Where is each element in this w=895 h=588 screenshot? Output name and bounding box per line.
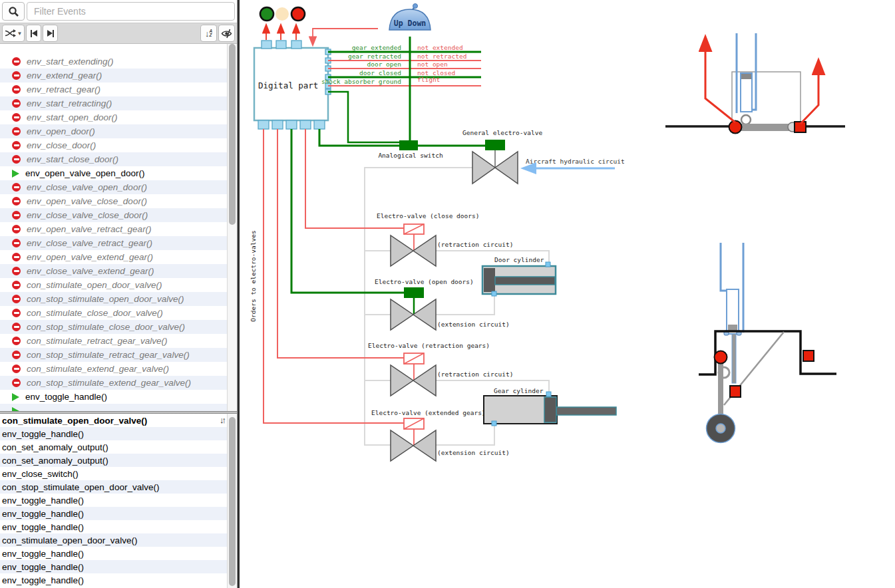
history-row[interactable]: env_toggle_handle() [0,494,227,507]
disabled-icon [12,85,21,94]
event-row[interactable]: env_retract_gear() [0,82,227,96]
disabled-icon [12,309,21,317]
event-row[interactable]: con_stop_stimulate_extend_gear_valve() [0,376,227,390]
disabled-icon [12,99,21,108]
event-row[interactable]: con_stimulate_retract_gear_valve() [0,334,227,348]
disabled-icon [12,197,21,206]
event-row[interactable]: env_open_door() [0,124,227,138]
circuit-label: (retraction circuit) [437,241,513,248]
event-row[interactable]: env_open_valve_extend_gear() [0,250,227,264]
lock-marker [730,386,741,397]
disabled-icon [12,127,21,136]
pipe-connector [546,392,551,396]
events-panel: ▼ ↓ AZ [0,0,237,588]
circuit-label: (retraction circuit) [437,370,513,378]
history-row[interactable]: env_toggle_handle() [0,547,227,560]
valve-label: General electro-valve [462,129,542,136]
history-row[interactable]: env_toggle_handle() [0,560,227,573]
disabled-icon [12,281,21,289]
sort-events-button[interactable]: ↓ AZ [200,25,217,42]
event-row[interactable]: con_stimulate_extend_gear_valve() [0,362,227,376]
enabled-icon [12,170,19,178]
event-row[interactable]: env_extend_gear() [0,69,227,82]
maneuvering-light [275,7,289,21]
history-row[interactable]: env_toggle_handle() [0,507,227,520]
event-row[interactable]: env_close_valve_retract_gear() [0,236,227,250]
event-row[interactable]: env_close_door() [0,138,227,152]
eye-slash-icon [221,29,233,39]
sort-updown-icon[interactable]: ↓↑ [220,415,224,425]
event-row[interactable]: env_close_valve_extend_gear() [0,264,227,278]
history-row[interactable]: con_stimulate_open_door_valve() [0,533,227,547]
handle-wire [313,29,378,45]
door-motion-arrow [705,38,735,122]
electro-valve-retraction-gears: Electro-valve (retraction gears) (retrac… [368,342,513,396]
event-row[interactable]: env_close_valve_open_door() [0,180,227,194]
event-row[interactable]: con_stimulate_open_door_valve() [0,278,227,292]
disabled-icon [12,323,21,331]
history-row[interactable]: con_set_anomaly_output() [0,440,227,454]
event-row[interactable]: con_stimulate_close_door_valve() [0,306,227,320]
history-row[interactable]: env_toggle_handle() [0,573,227,587]
event-row[interactable]: env_close_valve_close_door() [0,208,227,222]
signal-label: gear extended [352,44,401,51]
hide-disabled-button[interactable] [218,25,235,42]
pipe-connector [492,291,496,296]
search-button[interactable] [2,2,25,21]
lock-marker [803,351,814,361]
gear-extended-view [699,243,836,443]
history-row[interactable]: con_stop_stimulate_open_door_valve() [0,480,227,494]
event-row[interactable]: con_stop_stimulate_close_door_valve() [0,320,227,334]
pipe-connector [492,421,496,426]
filter-events-input[interactable] [27,2,235,21]
event-row[interactable]: con_stop_stimulate_open_door_valve() [0,292,227,306]
shuffle-icon [5,29,16,37]
events-list: env_start_extending() env_extend_gear() … [0,44,227,411]
event-row[interactable]: con_stop_stimulate_retract_gear_valve() [0,348,227,362]
history-row[interactable]: env_close_switch() [0,467,227,480]
up-down-handle[interactable]: Up Down [389,4,431,31]
disabled-icon [12,351,21,359]
step-forward-button[interactable] [43,25,58,42]
disabled-icon [12,337,21,345]
event-row[interactable]: env_open_valve_open_door() [0,166,227,180]
signal-label: gear retracted [348,53,401,60]
history-header[interactable]: con_stimulate_open_door_valve()↓↑ [0,414,227,427]
event-row[interactable]: env_start_retracting() [0,96,227,110]
disabled-icon [12,183,21,192]
disabled-icon [12,71,21,80]
hinge-marker [715,351,727,364]
door-cylinder: Door cylinder [482,256,556,296]
step-back-button[interactable] [26,25,41,42]
event-row[interactable] [0,404,227,411]
event-row[interactable]: env_start_close_door() [0,152,227,166]
signal-value: flight [417,76,440,83]
playback-row: ▼ ↓ AZ [0,23,237,44]
disabled-icon [12,267,21,275]
event-row[interactable]: env_start_extending() [0,55,227,69]
event-row[interactable]: env_start_open_door() [0,110,227,124]
circuit-label: (extension circuit) [437,449,510,456]
disabled-icon [12,113,21,122]
history-row[interactable]: con_set_anomaly_output() [0,454,227,467]
history-scrollbar-thumb[interactable] [229,417,236,586]
events-scrollbar-thumb[interactable] [229,44,236,225]
door-motion-arrow [801,61,818,124]
general-electro-valve: General electro-valve [462,129,542,184]
history-row[interactable]: env_toggle_handle() [0,427,227,440]
valve-label: Electro-valve (open doors) [375,278,474,285]
gear-retracted-view [665,33,845,134]
valve-label: Electro-valve (retraction gears) [368,342,490,349]
signal-label: door open [367,61,401,68]
event-row[interactable]: env_open_valve_retract_gear() [0,222,227,236]
solenoid-stimulated [404,287,424,298]
event-row[interactable]: env_open_valve_close_door() [0,194,227,208]
switch-label: Analogical switch [378,152,443,159]
event-row[interactable]: env_toggle_handle() [0,390,227,404]
attachment-ring [741,115,751,124]
disabled-icon [12,239,21,247]
piston-rod [732,334,736,383]
disabled-icon [12,155,21,164]
history-row[interactable]: env_toggle_handle() [0,520,227,533]
random-execute-button[interactable]: ▼ [2,25,25,42]
